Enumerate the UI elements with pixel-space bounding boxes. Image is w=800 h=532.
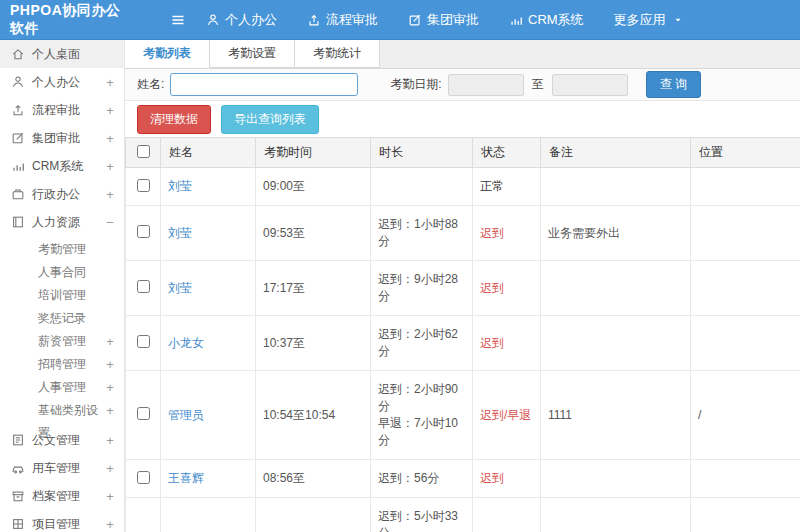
expand-icon[interactable]: + <box>104 103 116 118</box>
bar-chart-icon <box>11 159 25 173</box>
table-row: 刘莹 17:17至 迟到：9小时28分 迟到 <box>126 261 800 316</box>
row-checkbox[interactable] <box>137 471 150 484</box>
expand-icon[interactable]: + <box>104 433 116 448</box>
tab-attendance-settings[interactable]: 考勤设置 <box>210 40 295 68</box>
sidebar-subitem-label: 基础类别设置 <box>38 399 104 422</box>
sidebar-subitem-label: 奖惩记录 <box>38 307 116 330</box>
duration-cell: 迟到：56分 <box>371 460 473 498</box>
tab-attendance-list[interactable]: 考勤列表 <box>125 40 210 68</box>
row-checkbox[interactable] <box>137 179 150 192</box>
employee-name-link[interactable]: 刘莹 <box>161 206 256 261</box>
expand-icon[interactable]: + <box>104 75 116 90</box>
attendance-time-cell: 09:00至 <box>256 168 371 206</box>
row-checkbox[interactable] <box>137 280 150 293</box>
location-cell: / <box>691 498 800 532</box>
row-checkbox[interactable] <box>137 225 150 238</box>
nav-label: 更多应用 <box>614 11 666 29</box>
column-header-location: 位置 <box>691 138 800 168</box>
nav-workflow-approval[interactable]: 流程审批 <box>307 11 378 29</box>
sidebar-subitem-salary-management[interactable]: 薪资管理 + <box>0 330 124 353</box>
expand-icon[interactable]: + <box>104 399 116 422</box>
sidebar-subitem-label: 薪资管理 <box>38 330 104 353</box>
sidebar-item-archive-management[interactable]: 档案管理 + <box>0 482 124 510</box>
sidebar-item-personal-desktop[interactable]: 个人桌面 <box>0 40 124 68</box>
sidebar-subitem-training-management[interactable]: 培训管理 <box>0 284 124 307</box>
sidebar-item-group-approval[interactable]: 集团审批 + <box>0 124 124 152</box>
row-checkbox[interactable] <box>137 335 150 348</box>
sidebar-item-label: CRM系统 <box>32 158 97 175</box>
remark-cell <box>541 168 691 206</box>
sidebar-subitem-hr-contract[interactable]: 人事合同 <box>0 261 124 284</box>
location-cell <box>691 168 800 206</box>
hamburger-menu-icon[interactable] <box>170 12 186 28</box>
employee-name-link[interactable]: 王喜辉 <box>161 460 256 498</box>
select-all-checkbox[interactable] <box>137 145 150 158</box>
sidebar-item-label: 人力资源 <box>32 214 97 231</box>
attendance-table-body: 刘莹 09:00至 正常 刘莹 09:53至 迟到：1小时88分 迟到 业务需要… <box>126 168 800 532</box>
nav-group-approval[interactable]: 集团审批 <box>408 11 479 29</box>
export-list-button[interactable]: 导出查询列表 <box>221 105 319 134</box>
nav-crm-system[interactable]: CRM系统 <box>509 11 584 29</box>
sidebar-item-label: 集团审批 <box>32 130 97 147</box>
expand-icon[interactable]: + <box>104 330 116 353</box>
briefcase-icon <box>11 187 25 201</box>
sidebar-subitem-personnel-management[interactable]: 人事管理 + <box>0 376 124 399</box>
sidebar-subitem-base-category-settings[interactable]: 基础类别设置 + <box>0 399 124 422</box>
remark-cell: 业务需要外出 <box>541 206 691 261</box>
expand-icon[interactable]: + <box>104 461 116 476</box>
expand-icon[interactable]: + <box>104 517 116 532</box>
sidebar-subitem-label: 人事合同 <box>38 261 116 284</box>
sidebar-item-human-resources[interactable]: 人力资源 − <box>0 208 124 236</box>
employee-name-link[interactable]: 黄蓉 <box>161 498 256 532</box>
search-button[interactable]: 查 询 <box>646 71 701 98</box>
attendance-time-cell: 09:53至 <box>256 206 371 261</box>
remark-cell <box>541 316 691 371</box>
row-checkbox[interactable] <box>137 407 150 420</box>
sidebar-subitem-recruit-management[interactable]: 招聘管理 + <box>0 353 124 376</box>
name-filter-label: 姓名: <box>137 76 164 93</box>
expand-icon[interactable]: + <box>104 159 116 174</box>
app-logo: PHPOA协同办公软件 <box>0 2 125 38</box>
employee-name-link[interactable]: 小龙女 <box>161 316 256 371</box>
status-cell: 迟到 <box>473 460 541 498</box>
expand-icon[interactable]: + <box>104 489 116 504</box>
home-icon <box>11 47 25 61</box>
status-cell: 迟到 <box>473 316 541 371</box>
sidebar-item-crm-system[interactable]: CRM系统 + <box>0 152 124 180</box>
clean-data-button[interactable]: 清理数据 <box>137 105 211 134</box>
sidebar-item-label: 流程审批 <box>32 102 97 119</box>
sidebar-subitem-reward-records[interactable]: 奖惩记录 <box>0 307 124 330</box>
sidebar-item-project-management[interactable]: 项目管理 + <box>0 510 124 532</box>
sidebar-item-vehicle-management[interactable]: 用车管理 + <box>0 454 124 482</box>
car-icon <box>11 461 25 475</box>
edit-icon <box>11 131 25 145</box>
employee-name-link[interactable]: 管理员 <box>161 371 256 460</box>
employee-name-link[interactable]: 刘莹 <box>161 168 256 206</box>
duration-cell: 迟到：5小时33分 早退：4小时67分 <box>371 498 473 532</box>
date-from-input[interactable] <box>448 74 524 96</box>
sidebar-subitem-attendance-management[interactable]: 考勤管理 <box>0 238 124 261</box>
expand-icon[interactable]: + <box>104 353 116 376</box>
sidebar-item-workflow-approval[interactable]: 流程审批 + <box>0 96 124 124</box>
sidebar-item-document-management[interactable]: 公文管理 + <box>0 426 124 454</box>
nav-label: 个人办公 <box>225 11 277 29</box>
expand-icon[interactable]: + <box>104 187 116 202</box>
collapse-icon[interactable]: − <box>104 215 116 230</box>
tab-attendance-statistics[interactable]: 考勤统计 <box>295 40 380 68</box>
table-header-row: 姓名 考勤时间 时长 状态 备注 位置 <box>126 138 800 168</box>
nav-personal-office[interactable]: 个人办公 <box>206 11 277 29</box>
sidebar-item-label: 个人桌面 <box>32 46 116 63</box>
bar-chart-icon <box>509 13 523 27</box>
expand-icon[interactable]: + <box>104 376 116 399</box>
location-cell <box>691 460 800 498</box>
tab-label: 考勤列表 <box>143 45 191 62</box>
name-filter-input[interactable] <box>170 73 358 96</box>
sidebar-item-admin-office[interactable]: 行政办公 + <box>0 180 124 208</box>
employee-name-link[interactable]: 刘莹 <box>161 261 256 316</box>
nav-more-apps[interactable]: 更多应用 <box>614 11 683 29</box>
date-to-input[interactable] <box>552 74 628 96</box>
duration-cell: 迟到：1小时88分 <box>371 206 473 261</box>
expand-icon[interactable]: + <box>104 131 116 146</box>
table-row: 王喜辉 08:56至 迟到：56分 迟到 <box>126 460 800 498</box>
sidebar-item-personal-office[interactable]: 个人办公 + <box>0 68 124 96</box>
